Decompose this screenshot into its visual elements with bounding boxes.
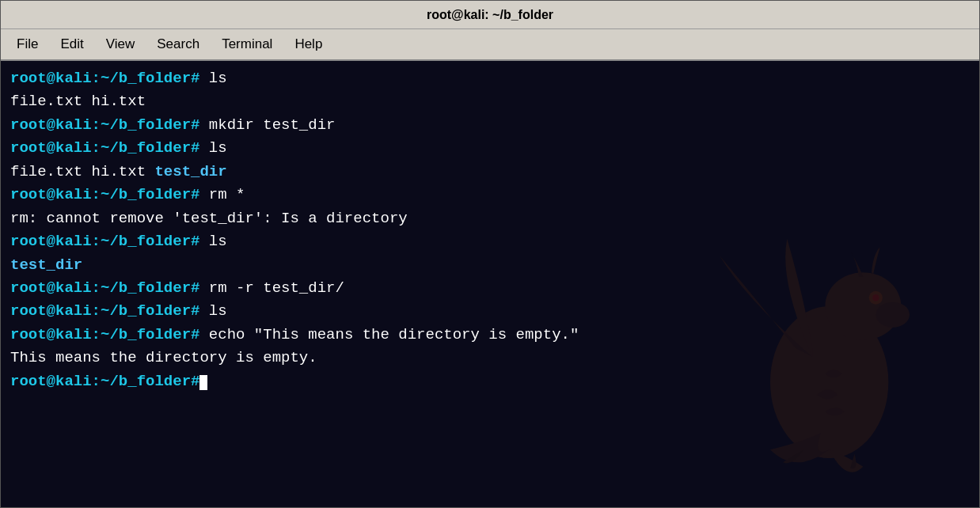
menu-help[interactable]: Help	[285, 33, 332, 55]
cmd-4: ls	[199, 139, 226, 157]
cmd-12: echo "This means the directory is empty.…	[199, 326, 579, 343]
terminal-line-7: rm: cannot remove 'test_dir': Is a direc…	[10, 207, 970, 230]
menu-view[interactable]: View	[97, 33, 145, 55]
terminal-line-14: root@kali:~/b_folder#	[10, 370, 970, 393]
output-9-dir: test_dir	[10, 256, 82, 274]
menu-edit[interactable]: Edit	[51, 33, 93, 55]
terminal-line-2: file.txt hi.txt	[10, 90, 970, 113]
terminal-line-10: root@kali:~/b_folder# rm -r test_dir/	[10, 277, 970, 300]
terminal-line-11: root@kali:~/b_folder# ls	[10, 300, 970, 323]
terminal-line-3: root@kali:~/b_folder# mkdir test_dir	[10, 114, 970, 137]
prompt-4: root@kali:~/b_folder#	[10, 139, 199, 157]
cmd-8: ls	[199, 233, 226, 250]
cmd-3: mkdir test_dir	[199, 116, 335, 134]
cmd-1: ls	[199, 70, 226, 87]
terminal-line-8: root@kali:~/b_folder# ls	[10, 230, 970, 253]
terminal-line-1: root@kali:~/b_folder# ls	[10, 67, 970, 90]
cmd-10: rm -r test_dir/	[199, 279, 344, 297]
output-7: rm: cannot remove 'test_dir': Is a direc…	[10, 210, 408, 227]
terminal-content: root@kali:~/b_folder# ls file.txt hi.txt…	[10, 67, 970, 393]
terminal-line-12: root@kali:~/b_folder# echo "This means t…	[10, 324, 970, 347]
prompt-1: root@kali:~/b_folder#	[10, 70, 199, 87]
terminal-line-5: file.txt hi.txt test_dir	[10, 161, 970, 184]
menu-bar: File Edit View Search Terminal Help	[1, 29, 979, 61]
prompt-10: root@kali:~/b_folder#	[10, 279, 199, 297]
prompt-14: root@kali:~/b_folder#	[10, 373, 199, 390]
window-title: root@kali: ~/b_folder	[427, 8, 553, 22]
menu-search[interactable]: Search	[147, 33, 209, 55]
terminal-line-9: test_dir	[10, 254, 970, 277]
output-2: file.txt hi.txt	[10, 93, 146, 110]
prompt-11: root@kali:~/b_folder#	[10, 302, 199, 320]
title-bar: root@kali: ~/b_folder	[1, 1, 979, 29]
output-5-dir: test_dir	[154, 163, 226, 180]
menu-terminal[interactable]: Terminal	[212, 33, 282, 55]
cmd-6: rm *	[199, 186, 245, 203]
terminal-line-4: root@kali:~/b_folder# ls	[10, 137, 970, 160]
output-5a: file.txt hi.txt	[10, 163, 154, 180]
cursor	[199, 375, 207, 390]
prompt-6: root@kali:~/b_folder#	[10, 186, 199, 203]
prompt-12: root@kali:~/b_folder#	[10, 326, 199, 343]
terminal-line-6: root@kali:~/b_folder# rm *	[10, 184, 970, 207]
terminal-body[interactable]: root@kali:~/b_folder# ls file.txt hi.txt…	[1, 61, 979, 507]
terminal-line-13: This means the directory is empty.	[10, 347, 970, 370]
output-13: This means the directory is empty.	[10, 349, 317, 366]
prompt-8: root@kali:~/b_folder#	[10, 233, 199, 250]
prompt-3: root@kali:~/b_folder#	[10, 116, 199, 134]
terminal-window: root@kali: ~/b_folder File Edit View Sea…	[0, 0, 980, 508]
cmd-11: ls	[199, 302, 226, 320]
menu-file[interactable]: File	[7, 33, 47, 55]
